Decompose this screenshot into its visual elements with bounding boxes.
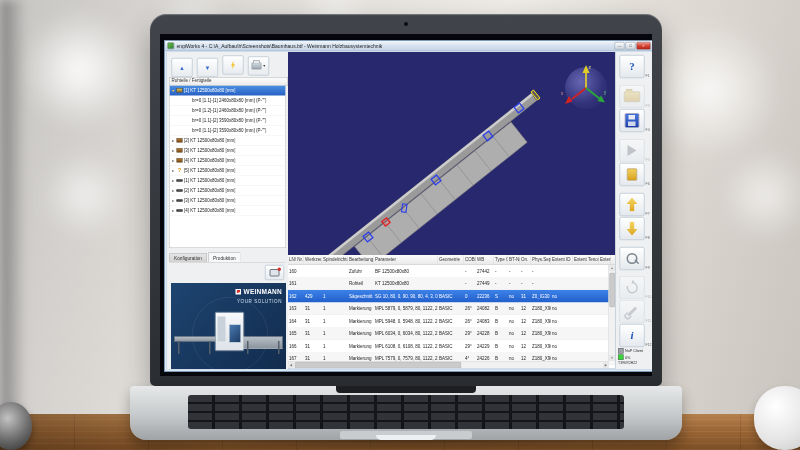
horizontal-scrollbar[interactable]: ◀ ▶ [288, 361, 609, 368]
tree-item[interactable]: ▸[4] KT 12500x80x80 [mm] [170, 156, 286, 166]
tree-collapsed-icon[interactable]: ▸ [171, 168, 177, 173]
progress-status-icon [618, 355, 624, 361]
cell: 31 [304, 331, 322, 336]
minimize-button[interactable]: — [615, 42, 625, 50]
table-row[interactable]: 163311MarkierungMPL 5879, 0, 5879, 80, 1… [288, 303, 615, 316]
tree-collapsed-icon[interactable]: ▸ [171, 178, 177, 183]
keyboard[interactable] [188, 395, 624, 429]
column-header-14[interactable]: Extent [599, 255, 611, 265]
help-button[interactable]: ?F1 [620, 55, 645, 78]
tree-item-label: [3] KT 12500x80x80 [mm] [184, 148, 235, 153]
column-header-6[interactable]: COB/ [464, 255, 476, 265]
table-row[interactable]: 166311MarkierungMPL 6108, 0, 6108, 80, 1… [288, 340, 615, 353]
cell: Markierung [348, 344, 374, 349]
column-header-0[interactable]: LN/ Nr. [288, 255, 304, 265]
refresh-button[interactable]: F10 [620, 276, 645, 299]
scroll-left-icon[interactable]: ◀ [288, 362, 294, 368]
cell: no [508, 319, 520, 324]
column-header-9[interactable]: BT-Nr [508, 255, 520, 265]
tree-item-label: [1] KT 12500x80x80 [mm] [184, 178, 235, 183]
tree-item[interactable]: ▸[4] KT 12500x80x80 [mm] [170, 206, 286, 216]
column-header-5[interactable]: Geometrie [438, 255, 464, 265]
parts-panel: ▲▼▾ Rohteile / Fertigteile ▾[1] KT 12500… [167, 52, 289, 369]
cell: 160 [288, 269, 304, 274]
tree-item[interactable]: ▸[3] KT 12500x80x80 [mm] [170, 146, 286, 156]
tree-collapsed-icon[interactable]: ▸ [171, 148, 177, 153]
table-row[interactable]: 165311MarkierungMPL 6034, 0, 6034, 80, 1… [288, 328, 615, 341]
tree-expanded-icon[interactable]: ▾ [171, 88, 177, 93]
column-header-13[interactable]: Extent Tenon ID [573, 255, 599, 265]
scrollbar-thumb[interactable] [295, 362, 461, 368]
move-up-button[interactable]: ▲ [172, 58, 193, 77]
save-button[interactable]: F4 [620, 109, 645, 132]
fkey-label: F5 [646, 158, 650, 162]
orientation-ball[interactable]: z x y [561, 64, 607, 109]
part-up-button[interactable]: F7 [620, 193, 645, 216]
tree-item[interactable]: br=0 [1.2]-[1] 2460x80x80 [mm] (P-"") [170, 106, 286, 116]
panel-tabs: Konfiguration Produktion [169, 251, 242, 262]
tree-item[interactable]: br=0 [1.1]-[1] 2460x80x80 [mm] (P-"") [170, 96, 286, 106]
progress-label: 0% [625, 355, 630, 360]
tree-item-label: br=0 [1.2]-[1] 2460x80x80 [mm] (P-"") [192, 108, 267, 113]
tree-collapsed-icon[interactable]: ▸ [171, 208, 177, 213]
tree-item-label: [1] KT 12500x80x80 [mm] [184, 88, 235, 93]
table-row[interactable]: 160ZufuhrBF 12500x80x80-27442---- [288, 265, 615, 278]
tree-collapsed-icon[interactable]: ▸ [171, 138, 177, 143]
tree-item[interactable]: br=0 [1.1]-[2] 3590x80x80 [mm] (P-"") [170, 116, 286, 126]
bar-icon [177, 199, 183, 201]
title-bar[interactable]: engiWorks 4 - C:\A_Aufbau\h\Screenshots\… [165, 41, 652, 51]
move-down-button[interactable]: ▼ [197, 58, 218, 77]
edit-button[interactable] [223, 56, 244, 75]
cell: BASIC [438, 294, 464, 299]
app-window: engiWorks 4 - C:\A_Aufbau\h\Screenshots\… [164, 40, 652, 372]
tree-item[interactable]: br=0 [1.1]-[2] 3590x80x80 [mm] (P-"") [170, 126, 286, 136]
arrow-up-blue-icon: ▲ [179, 64, 185, 70]
tree-item[interactable]: ▸?[5] KT 12500x80x80 [mm] [170, 166, 286, 176]
table-row[interactable]: 164311MarkierungMPL 5948, 0, 5948, 80, 1… [288, 315, 615, 328]
cell: 0 [464, 294, 476, 299]
column-header-12[interactable]: Extent ID [551, 255, 573, 265]
column-header-1[interactable]: Werkzeug [304, 255, 322, 265]
open-button[interactable]: F3 [620, 85, 645, 108]
tab-konfiguration[interactable]: Konfiguration [169, 253, 207, 262]
column-header-2[interactable]: Spindelrichtung [322, 255, 348, 265]
cell: - [508, 269, 520, 274]
zoom-button[interactable]: F9 [620, 247, 645, 270]
column-header-10[interactable]: On. [520, 255, 531, 265]
column-header-4[interactable]: Parameter [374, 255, 438, 265]
tree-item[interactable]: ▸[1] KT 12500x80x80 [mm] [170, 176, 286, 186]
tree-collapsed-icon[interactable]: ▸ [171, 158, 177, 163]
close-button[interactable]: × [637, 42, 651, 50]
part-down-button[interactable]: F8 [620, 217, 645, 240]
maximize-button[interactable]: □ [626, 42, 636, 50]
3d-viewport[interactable]: z x y [288, 52, 615, 255]
panel-part[interactable] [355, 122, 528, 255]
start-button[interactable]: F5 [620, 139, 645, 162]
single-step-button[interactable]: F6 [620, 163, 645, 186]
cell: 31 [304, 344, 322, 349]
tree-item[interactable]: ▸[2] KT 12500x80x80 [mm] [170, 136, 286, 146]
print-button[interactable]: ▾ [248, 56, 269, 75]
send-to-machine-button[interactable] [265, 265, 284, 280]
cell: B [494, 344, 508, 349]
column-header-3[interactable]: Bearbeitung [348, 255, 374, 265]
column-header-7[interactable]: WB [476, 255, 494, 265]
tree-item[interactable]: ▸[2] KT 12500x80x80 [mm] [170, 186, 286, 196]
tree-collapsed-icon[interactable]: ▸ [171, 198, 177, 203]
beam-part[interactable] [305, 94, 537, 256]
status-box: NuP Client0%T3969/2H22 [618, 348, 652, 365]
cell: - [494, 269, 508, 274]
table-row[interactable]: 161RohteilKT 12500x80x80-27449---- [288, 278, 615, 291]
cell: 31 [520, 294, 531, 299]
tree-item[interactable]: ▸[3] KT 12500x80x80 [mm] [170, 196, 286, 206]
tree-item[interactable]: ▾[1] KT 12500x80x80 [mm] [170, 86, 286, 96]
table-row[interactable]: 1624291SägeschnittSG 10, 80, 0, 90, 90, … [288, 290, 615, 303]
tree-collapsed-icon[interactable]: ▸ [171, 188, 177, 193]
tools-button[interactable]: F11 [620, 300, 645, 323]
info-button[interactable]: iF12 [620, 324, 645, 347]
scroll-right-icon[interactable]: ▶ [603, 362, 609, 368]
spark-icon [230, 61, 236, 70]
tab-produktion[interactable]: Produktion [208, 252, 241, 262]
column-header-11[interactable]: Phys.Sep. [531, 255, 551, 265]
column-header-8[interactable]: Type CV [494, 255, 508, 265]
